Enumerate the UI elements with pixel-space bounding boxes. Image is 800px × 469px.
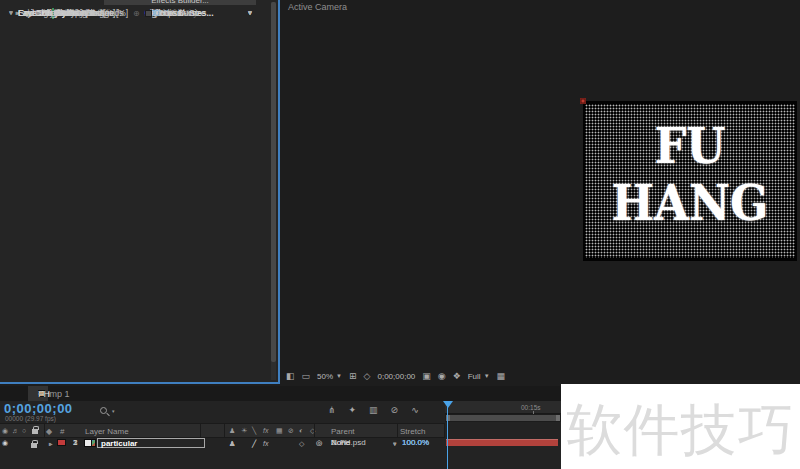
param-label: Lights Unique Seeds: [45, 8, 123, 19]
panel-menu-icon[interactable]: ≡: [38, 389, 43, 398]
frame-blend-icon: ▦: [276, 427, 283, 435]
layer-color-swatch[interactable]: [57, 439, 66, 446]
switch-fx-icon[interactable]: fx: [263, 439, 268, 449]
label-column-icon: ◆: [46, 427, 52, 436]
timeline-tabs: Comp 1pic×FH≡: [0, 386, 561, 401]
particle-text: FU HANG: [583, 117, 797, 231]
switch-3d-icon[interactable]: ◇: [299, 439, 304, 449]
search-options-caret[interactable]: ▾: [112, 408, 115, 414]
region-of-interest-icon[interactable]: ⊞: [349, 371, 357, 381]
effects-icon: fx: [263, 427, 268, 434]
chevron-down-icon[interactable]: ▼: [247, 8, 253, 19]
quality-icon: ╲: [252, 427, 256, 435]
layer-number: 3: [73, 438, 77, 448]
audio-icon[interactable]: ♬: [12, 427, 19, 434]
current-timecode[interactable]: 0;00;00;00: [4, 401, 73, 416]
search-icon[interactable]: [100, 407, 107, 414]
parent-column-header[interactable]: Parent: [331, 427, 355, 436]
always-preview-icon[interactable]: ◧: [286, 371, 295, 381]
lock-icon[interactable]: [31, 443, 37, 448]
number-column-header: #: [60, 427, 64, 436]
switch-shy-icon[interactable]: ♟: [229, 439, 235, 449]
motion-blur-icon: ⊘: [288, 427, 294, 435]
playhead-line[interactable]: [447, 401, 448, 469]
timeline-panel: Comp 1pic×FH≡ 0;00;00;00 00000 (29.97 fp…: [0, 386, 561, 469]
twirl-down-icon[interactable]: ▼: [8, 8, 14, 19]
particular-parameter-list: ▼EmitterEmitter BehaviorContinuous▼►◷Par…: [0, 8, 270, 382]
collapse-transformations-icon: ☀: [241, 427, 247, 435]
show-channel-icon[interactable]: ❖: [453, 371, 461, 381]
layer-name-column-header[interactable]: Layer Name: [85, 427, 129, 436]
frame-rate-info: 00000 (29.97 fps): [5, 415, 56, 422]
ruler-time-label: 00:15s: [521, 404, 541, 411]
timeline-column-header: ◉♬○ ◆ # Layer Name ♟☀╲fx▦⊘◐◇ Parent Stre…: [0, 423, 445, 438]
timeline-switch-buttons: ⋔✦▥⊘∿: [328, 405, 419, 415]
selection-handle[interactable]: [581, 99, 586, 104]
snapshot-icon[interactable]: ▣: [422, 371, 431, 381]
layer-rows: ►1LayerEmit [FH.psd ]♟◎2. FH.psd▼100.0%►…: [0, 438, 561, 469]
effect-controls-panel: Effects Builder... ▼EmitterEmitter Behav…: [0, 0, 280, 384]
chevron-down-icon[interactable]: ▼: [392, 439, 397, 449]
parent-dropdown[interactable]: None: [331, 438, 350, 448]
active-camera-label: Active Camera: [288, 2, 347, 12]
frame-blending-icon[interactable]: ▥: [369, 405, 378, 415]
grid-guides-icon[interactable]: ▦: [497, 371, 506, 381]
composition-mini-flowchart-icon[interactable]: ⋔: [328, 405, 336, 415]
viewer-timecode[interactable]: 0;00;00;00: [377, 372, 415, 381]
mask-path-visibility-icon[interactable]: ◇: [364, 371, 371, 381]
lock-icon[interactable]: [32, 429, 38, 434]
solid-layer-icon: [84, 439, 92, 447]
time-ruler[interactable]: 00:15s: [445, 401, 561, 414]
motion-blur-icon[interactable]: ⊘: [391, 405, 399, 415]
screen-mode-icon[interactable]: ▭: [302, 371, 311, 381]
viewer-toolbar: ◧▭50%▼⊞◇0;00;00;00▣◉❖Full▼▦: [286, 368, 586, 384]
composition-viewer: Active Camera FU HANG ◧▭50%▼⊞◇0;00;00;00…: [282, 0, 800, 386]
position-crosshair-icon[interactable]: ⊕: [133, 8, 140, 19]
effects-builder-button[interactable]: Effects Builder...: [104, 0, 256, 5]
timeline-toolbar-row: 0;00;00;00 00000 (29.97 fps) ▾ ⋔✦▥⊘∿: [0, 401, 445, 423]
resolution-select-caret[interactable]: ▼: [484, 373, 490, 379]
shy-icon: ♟: [229, 427, 235, 435]
draft-3d-icon[interactable]: ✦: [349, 405, 357, 415]
watermark-text: 软件技巧: [561, 384, 800, 469]
twirl-right-icon[interactable]: ►: [48, 439, 53, 449]
particle-grid-layer[interactable]: FU HANG: [583, 101, 797, 261]
after-effects-window: Effects Builder... ▼EmitterEmitter Behav…: [0, 0, 800, 469]
resolution-select[interactable]: Full: [468, 372, 481, 381]
tab-fh[interactable]: ×FH≡: [28, 386, 48, 401]
magnification-select[interactable]: 50%: [317, 372, 333, 381]
switch-quality-icon[interactable]: ╱: [252, 439, 256, 449]
stretch-value[interactable]: 100.0%: [402, 438, 429, 448]
magnification-select-caret[interactable]: ▼: [336, 373, 342, 379]
effects-panel-scrollbar[interactable]: [271, 2, 276, 380]
stretch-column-header[interactable]: Stretch: [400, 427, 425, 436]
playhead-handle[interactable]: [443, 401, 453, 408]
solo-icon[interactable]: ○: [22, 427, 26, 434]
parent-pickwhip-icon[interactable]: ◎: [316, 438, 322, 448]
layer-name-edit-field[interactable]: particular: [97, 438, 205, 448]
graph-editor-icon[interactable]: ∿: [411, 405, 419, 415]
layer-name-text: particular: [101, 439, 137, 448]
video-visibility-icon[interactable]: ◉: [2, 438, 8, 448]
twirl-right-icon[interactable]: ►: [36, 8, 41, 19]
adjustment-layer-icon: ◐: [299, 427, 303, 434]
work-area-bar[interactable]: [445, 414, 561, 422]
param-checkbox[interactable]: [145, 10, 152, 17]
layer-duration-bar[interactable]: [446, 439, 558, 446]
video-visibility-icon[interactable]: ◉: [2, 427, 8, 435]
show-snapshot-icon[interactable]: ◉: [438, 371, 446, 381]
